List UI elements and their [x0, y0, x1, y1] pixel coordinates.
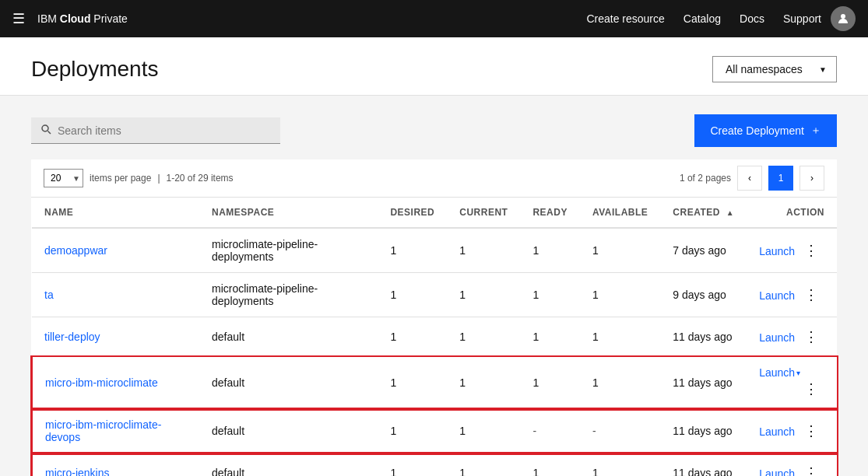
- launch-link[interactable]: Launch: [759, 467, 795, 476]
- cell-current: 1: [447, 409, 520, 453]
- menu-icon[interactable]: ☰: [12, 10, 25, 27]
- action-menu-button[interactable]: ⋮: [798, 421, 824, 441]
- cell-available: 1: [580, 273, 660, 317]
- cell-available: 1: [580, 453, 660, 477]
- table-row: tiller-deploydefault111111 days ago Laun…: [32, 317, 837, 357]
- pagination-bar: 20 50 100 ▼ items per page | 1-20 of 29 …: [31, 159, 837, 198]
- search-icon: [40, 124, 51, 137]
- cell-namespace: default: [199, 453, 378, 477]
- next-page-button[interactable]: ›: [799, 166, 824, 191]
- table-container: 20 50 100 ▼ items per page | 1-20 of 29 …: [31, 159, 837, 476]
- deployment-link[interactable]: tiller-deploy: [44, 331, 100, 343]
- cell-created: 11 days ago: [660, 357, 747, 409]
- col-ready: READY: [520, 198, 580, 228]
- launch-link[interactable]: Launch: [759, 425, 795, 438]
- table-row: demoappwarmicroclimate-pipeline-deployme…: [32, 228, 837, 273]
- launch-link[interactable]: Launch: [759, 366, 795, 379]
- svg-point-1: [42, 125, 48, 131]
- cell-namespace: microclimate-pipeline-deployments: [199, 228, 378, 273]
- cell-current: 1: [447, 357, 520, 409]
- launch-chevron-icon: ▾: [796, 369, 800, 377]
- nav-create-resource[interactable]: Create resource: [586, 12, 664, 25]
- cell-current: 1: [447, 317, 520, 357]
- launch-link[interactable]: Launch: [759, 331, 795, 344]
- page-title: Deployments: [31, 57, 158, 82]
- table-row: tamicroclimate-pipeline-deployments11119…: [32, 273, 837, 317]
- table-row: micro-ibm-microclimatedefault111111 days…: [32, 357, 837, 409]
- search-input[interactable]: [58, 124, 271, 137]
- cell-name: micro-ibm-microclimate-devops: [32, 409, 199, 453]
- launch-link[interactable]: Launch: [759, 289, 795, 302]
- pagination-left: 20 50 100 ▼ items per page | 1-20 of 29 …: [44, 169, 234, 187]
- action-menu-button[interactable]: ⋮: [798, 285, 824, 305]
- sort-arrow-icon: ▲: [726, 208, 734, 217]
- deployments-table: NAME NAMESPACE DESIRED CURRENT READY AVA…: [31, 198, 837, 476]
- cell-desired: 1: [378, 357, 447, 409]
- table-header-row: NAME NAMESPACE DESIRED CURRENT READY AVA…: [32, 198, 837, 228]
- cell-name: micro-ibm-microclimate: [32, 357, 199, 409]
- create-deployment-label: Create Deployment: [710, 124, 804, 137]
- search-box[interactable]: [31, 117, 280, 144]
- cell-current: 1: [447, 228, 520, 273]
- deployment-link[interactable]: ta: [44, 289, 54, 301]
- cell-ready: 1: [520, 357, 580, 409]
- cell-action: Launch ⋮: [747, 409, 837, 453]
- cell-created: 11 days ago: [660, 453, 747, 477]
- svg-point-0: [841, 14, 845, 19]
- cell-ready: 1: [520, 317, 580, 357]
- deployment-link[interactable]: demoappwar: [44, 244, 107, 257]
- per-page-select[interactable]: 20 50 100: [44, 169, 83, 187]
- cell-desired: 1: [378, 409, 447, 453]
- cell-available: 1: [580, 228, 660, 273]
- col-created[interactable]: CREATED ▲: [660, 198, 747, 228]
- col-namespace: NAMESPACE: [199, 198, 378, 228]
- chevron-down-icon: ▼: [819, 65, 827, 74]
- cell-created: 11 days ago: [660, 409, 747, 453]
- nav-docs[interactable]: Docs: [740, 12, 764, 25]
- action-menu-button[interactable]: ⋮: [798, 379, 824, 399]
- cell-namespace: default: [199, 409, 378, 453]
- cell-action: Launch ⋮: [747, 228, 837, 273]
- cell-action: Launch ⋮: [747, 273, 837, 317]
- action-menu-button[interactable]: ⋮: [798, 240, 824, 261]
- cell-namespace: default: [199, 317, 378, 357]
- table-row: micro-ibm-microclimate-devopsdefault11--…: [32, 409, 837, 453]
- cell-desired: 1: [378, 228, 447, 273]
- cell-available: 1: [580, 357, 660, 409]
- cell-current: 1: [447, 273, 520, 317]
- pagination-right: 1 of 2 pages ‹ 1 ›: [680, 166, 824, 191]
- user-avatar[interactable]: [831, 6, 856, 31]
- namespace-dropdown[interactable]: All namespaces ▼: [712, 56, 837, 82]
- cell-name: tiller-deploy: [32, 317, 199, 357]
- deployment-link[interactable]: micro-jenkins: [45, 467, 109, 476]
- launch-link[interactable]: Launch: [759, 245, 795, 257]
- separator: |: [157, 173, 160, 184]
- main-content: Create Deployment ＋ 20 50 100 ▼ items pe…: [0, 96, 868, 476]
- deployment-link[interactable]: micro-ibm-microclimate: [45, 376, 158, 389]
- cell-name: micro-jenkins: [32, 453, 199, 477]
- cell-current: 1: [447, 453, 520, 477]
- svg-line-2: [48, 131, 51, 135]
- create-deployment-button[interactable]: Create Deployment ＋: [694, 114, 837, 147]
- pages-text: 1 of 2 pages: [680, 173, 731, 184]
- action-menu-button[interactable]: ⋮: [798, 327, 824, 347]
- col-action: ACTION: [747, 198, 837, 228]
- cell-desired: 1: [378, 317, 447, 357]
- deployment-link[interactable]: micro-ibm-microclimate-devops: [45, 418, 161, 443]
- items-range-text: 1-20 of 29 items: [167, 173, 234, 184]
- cell-name: demoappwar: [32, 228, 199, 273]
- items-per-page-label: items per page: [90, 173, 151, 184]
- nav-catalog[interactable]: Catalog: [684, 12, 721, 25]
- brand-name: IBM Cloud Private: [37, 12, 577, 25]
- cell-ready: 1: [520, 273, 580, 317]
- cell-ready: 1: [520, 228, 580, 273]
- cell-created: 7 days ago: [660, 228, 747, 273]
- nav-support[interactable]: Support: [783, 12, 821, 25]
- action-menu-button[interactable]: ⋮: [798, 463, 824, 476]
- prev-page-button[interactable]: ‹: [737, 166, 762, 191]
- cell-name: ta: [32, 273, 199, 317]
- cell-ready: -: [520, 409, 580, 453]
- col-current: CURRENT: [447, 198, 520, 228]
- cell-ready: 1: [520, 453, 580, 477]
- table-row: micro-jenkinsdefault111111 days ago Laun…: [32, 453, 837, 477]
